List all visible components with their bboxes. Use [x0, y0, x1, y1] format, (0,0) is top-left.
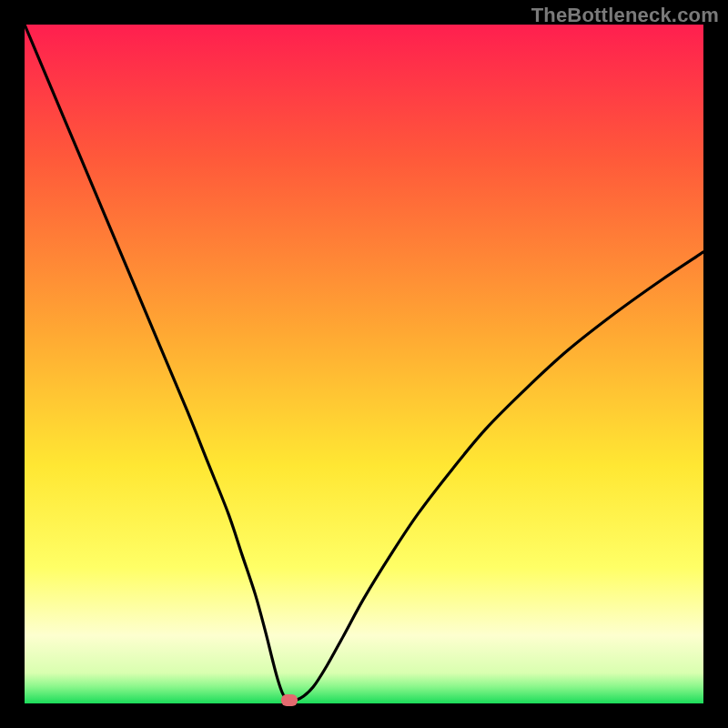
chart-frame: TheBottleneck.com: [0, 0, 728, 728]
data-marker: [281, 694, 298, 706]
plot-outer: [25, 25, 703, 703]
plot-area: [25, 25, 703, 703]
chart-svg: [25, 25, 703, 703]
gradient-rect: [25, 25, 703, 703]
watermark-text: TheBottleneck.com: [531, 4, 719, 27]
